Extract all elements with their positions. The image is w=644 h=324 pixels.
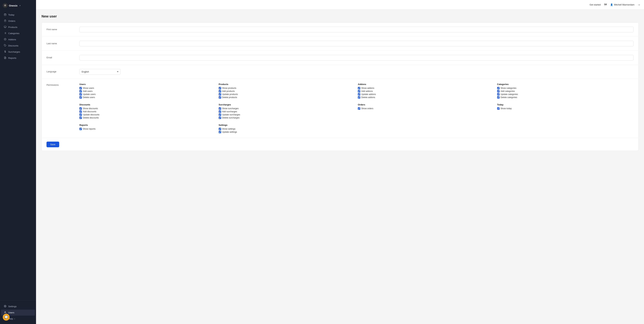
- checkbox-add-categories[interactable]: [497, 90, 500, 92]
- checkbox-show-products[interactable]: [219, 87, 221, 89]
- permission-label: Show categories: [500, 87, 516, 89]
- checkbox-update-categories[interactable]: [497, 93, 500, 95]
- checkbox-add-discounts[interactable]: [80, 110, 82, 113]
- perm-group-title-discounts: Discounts: [80, 103, 216, 106]
- perm-group-title-reports: Reports: [80, 124, 216, 126]
- checkbox-delete-products[interactable]: [219, 96, 221, 99]
- main-area: Get started 🗺 👤 Mitchell Warmerdam ⇥ New…: [36, 0, 644, 324]
- app-avatar: O: [3, 3, 8, 8]
- sidebar-item-orders[interactable]: Orders: [1, 18, 35, 24]
- checkbox-add-products[interactable]: [219, 90, 221, 92]
- permission-item: Update settings: [219, 131, 355, 133]
- permission-item: Show settings: [219, 128, 355, 130]
- permission-item: Add categories: [497, 90, 634, 92]
- first-name-input-col: [80, 27, 634, 32]
- email-input-col: [80, 55, 634, 60]
- email-input[interactable]: [80, 55, 634, 60]
- permission-label: Show today: [500, 107, 512, 110]
- first-name-input[interactable]: [80, 27, 634, 32]
- logout-icon[interactable]: ⇥: [638, 3, 640, 6]
- permission-label: Add discounts: [83, 110, 96, 113]
- sidebar-item-products[interactable]: Products: [1, 24, 35, 30]
- permission-item: Delete surcharges: [219, 117, 355, 119]
- user-icon: 👤: [610, 3, 613, 6]
- checkbox-update-addons[interactable]: [358, 93, 360, 95]
- orders-icon: [4, 19, 6, 22]
- map-icon[interactable]: 🗺: [604, 3, 607, 6]
- permission-item: Show addons: [358, 87, 494, 89]
- checkbox-show-orders[interactable]: [358, 107, 360, 110]
- checkbox-update-discounts[interactable]: [80, 113, 82, 116]
- sidebar-label-products: Products: [8, 26, 17, 28]
- sidebar-label-settings: Settings: [8, 305, 17, 308]
- language-select[interactable]: EnglishFrenchGermanSpanish: [80, 69, 120, 75]
- sidebar-label-users: Users: [8, 311, 14, 314]
- checkbox-show-settings[interactable]: [219, 128, 221, 130]
- checkbox-delete-users[interactable]: [80, 96, 82, 99]
- checkbox-show-reports[interactable]: [80, 128, 82, 130]
- checkbox-delete-surcharges[interactable]: [219, 117, 221, 119]
- checkbox-update-products[interactable]: [219, 93, 221, 95]
- user-menu[interactable]: 👤 Mitchell Warmerdam: [610, 3, 634, 6]
- perm-group-title-users: Users: [80, 83, 216, 85]
- checkbox-add-addons[interactable]: [358, 90, 360, 92]
- permission-label: Add products: [222, 90, 235, 92]
- checkbox-update-surcharges[interactable]: [219, 113, 221, 116]
- permission-label: Update discounts: [83, 113, 100, 116]
- checkbox-add-surcharges[interactable]: [219, 110, 221, 113]
- sidebar-item-surcharges[interactable]: Surcharges: [1, 49, 35, 55]
- checkbox-delete-categories[interactable]: [497, 96, 500, 99]
- chat-button[interactable]: 💬: [3, 314, 10, 321]
- sidebar: O Onesix ▾ TodayOrdersProductsCategories…: [0, 0, 36, 324]
- save-button[interactable]: Save: [46, 142, 59, 147]
- permission-item: Delete users: [80, 96, 216, 99]
- checkbox-delete-addons[interactable]: [358, 96, 360, 99]
- sidebar-item-today[interactable]: Today: [1, 12, 35, 18]
- checkbox-show-categories[interactable]: [497, 87, 500, 89]
- app-name: Onesix: [9, 4, 18, 7]
- permission-label: Show reports: [83, 128, 96, 130]
- svg-rect-4: [5, 20, 6, 20]
- permission-label: Update products: [222, 93, 238, 95]
- checkbox-show-today[interactable]: [497, 107, 500, 110]
- permission-label: Delete addons: [361, 96, 375, 99]
- checkbox-update-settings[interactable]: [219, 131, 221, 133]
- sidebar-item-discounts[interactable]: Discounts: [1, 43, 35, 49]
- permission-label: Delete surcharges: [222, 117, 240, 119]
- permissions-label: Permissions: [46, 83, 74, 86]
- checkbox-show-surcharges[interactable]: [219, 107, 221, 110]
- sidebar-label-categories: Categories: [8, 32, 20, 35]
- discounts-icon: [4, 44, 6, 47]
- checkbox-add-users[interactable]: [80, 90, 82, 92]
- checkbox-show-users[interactable]: [80, 87, 82, 89]
- sidebar-item-reports[interactable]: Reports: [1, 55, 35, 61]
- header: Get started 🗺 👤 Mitchell Warmerdam ⇥: [36, 0, 644, 9]
- sidebar-item-settings[interactable]: Settings: [1, 304, 35, 310]
- first-name-section: First name: [42, 23, 638, 37]
- permission-item: Add discounts: [80, 110, 216, 113]
- get-started-link[interactable]: Get started: [590, 3, 600, 6]
- svg-point-22: [5, 312, 6, 312]
- sidebar-item-addons[interactable]: Addons: [1, 36, 35, 42]
- checkbox-show-discounts[interactable]: [80, 107, 82, 110]
- app-logo[interactable]: O Onesix ▾: [0, 0, 36, 11]
- checkbox-show-addons[interactable]: [358, 87, 360, 89]
- sidebar-item-categories[interactable]: Categories: [1, 30, 35, 36]
- reports-icon: [4, 56, 6, 59]
- permission-item: Show categories: [497, 87, 634, 89]
- checkbox-delete-discounts[interactable]: [80, 117, 82, 119]
- last-name-input[interactable]: [80, 41, 634, 46]
- permission-item: Show today: [497, 107, 634, 110]
- sidebar-label-orders: Orders: [8, 20, 15, 22]
- permission-label: Delete users: [83, 96, 95, 99]
- checkbox-update-users[interactable]: [80, 93, 82, 95]
- permission-item: Update categories: [497, 93, 634, 95]
- permission-label: Show users: [83, 87, 94, 89]
- content-area: New user First name Last name Email: [36, 9, 644, 324]
- perm-group-discounts: DiscountsShow discountsAdd discountsUpda…: [80, 103, 216, 120]
- permission-label: Show addons: [361, 87, 374, 89]
- permission-label: Add surcharges: [222, 110, 237, 113]
- user-name: Mitchell Warmerdam: [614, 3, 634, 6]
- first-name-label: First name: [46, 27, 74, 31]
- categories-icon: [4, 32, 6, 35]
